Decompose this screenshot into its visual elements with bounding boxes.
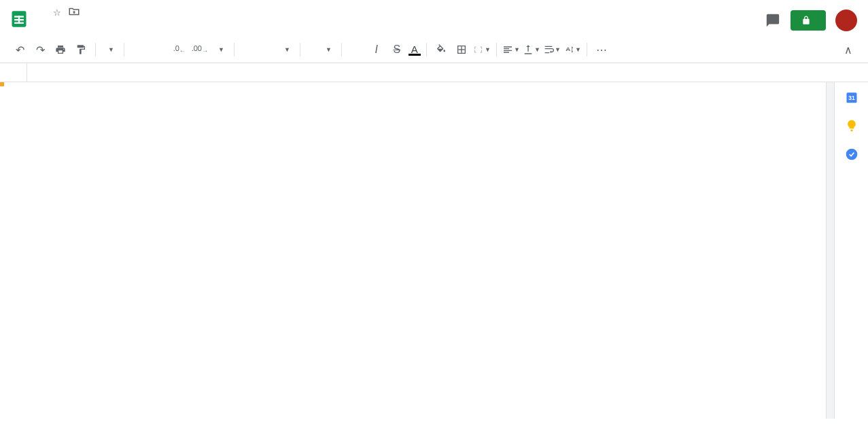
- share-button[interactable]: [791, 10, 826, 31]
- star-icon[interactable]: ☆: [53, 7, 61, 18]
- fill-color-button[interactable]: [432, 41, 450, 58]
- undo-button[interactable]: ↶: [11, 41, 29, 58]
- svg-point-7: [846, 149, 857, 160]
- strikethrough-button[interactable]: S: [388, 41, 406, 58]
- bold-button[interactable]: [347, 41, 365, 58]
- highlight-annotation: [0, 82, 4, 86]
- fontsize-select[interactable]: ▼: [306, 46, 336, 53]
- merge-button[interactable]: ▼: [473, 41, 491, 58]
- fx-label: [0, 63, 27, 82]
- paint-format-button[interactable]: [72, 41, 90, 58]
- borders-button[interactable]: [453, 41, 470, 58]
- redo-button[interactable]: ↷: [31, 41, 49, 58]
- valign-button[interactable]: ▼: [523, 41, 540, 58]
- format-select[interactable]: ▼: [211, 46, 228, 53]
- svg-text:31: 31: [848, 94, 855, 101]
- tasks-icon[interactable]: [845, 147, 858, 161]
- account-avatar[interactable]: [835, 10, 857, 31]
- print-button[interactable]: [52, 41, 69, 58]
- decrease-decimal-button[interactable]: .0←: [171, 41, 188, 58]
- increase-decimal-button[interactable]: .00→: [191, 41, 209, 58]
- svg-rect-4: [18, 16, 20, 24]
- move-folder-icon[interactable]: [68, 5, 80, 20]
- toolbar: ↶ ↷ ▼ .0← .00→ ▼ ▼ ▼ I S A ▼ ▼ ▼ ▼ ▼ ⋯ ∧: [0, 37, 868, 63]
- calendar-icon[interactable]: 31: [845, 90, 858, 104]
- wrap-button[interactable]: ▼: [543, 41, 561, 58]
- zoom-select[interactable]: ▼: [101, 46, 118, 53]
- italic-button[interactable]: I: [368, 41, 385, 58]
- document-title[interactable]: [38, 12, 46, 14]
- font-select[interactable]: ▼: [240, 46, 294, 53]
- keep-icon[interactable]: [845, 119, 858, 133]
- halign-button[interactable]: ▼: [502, 41, 520, 58]
- collapse-toolbar-button[interactable]: ∧: [839, 41, 857, 58]
- more-button[interactable]: ⋯: [593, 41, 610, 58]
- text-color-button[interactable]: A: [409, 44, 421, 56]
- spreadsheet-grid[interactable]: [0, 82, 826, 419]
- currency-button[interactable]: [130, 41, 147, 58]
- rotate-button[interactable]: ▼: [563, 41, 581, 58]
- sheets-logo[interactable]: [5, 5, 33, 33]
- percent-button[interactable]: [150, 41, 168, 58]
- vertical-scrollbar[interactable]: [826, 82, 834, 419]
- comment-icon[interactable]: [765, 12, 781, 29]
- side-panel: 31: [834, 82, 868, 419]
